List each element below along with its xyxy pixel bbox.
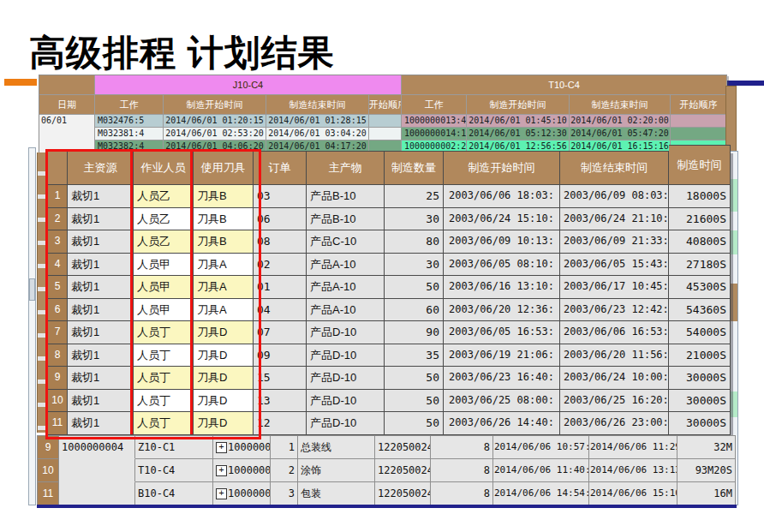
cell-worker[interactable]: 人员丁 <box>134 367 194 390</box>
cell-qty[interactable]: 50 <box>385 367 444 390</box>
cell-start-time[interactable]: 2003/06/09 10:13: <box>444 230 560 254</box>
cell-qty[interactable]: 50 <box>385 390 444 413</box>
cell-start-time[interactable]: 2003/06/19 21:06: <box>444 344 560 368</box>
cell-expand-id[interactable]: +100000000 <box>213 482 271 505</box>
cell-process[interactable]: 包装 <box>298 482 375 505</box>
cell-start-time[interactable]: 2003/06/23 16:40: <box>444 367 560 390</box>
cell-qty[interactable]: 8 <box>431 436 493 459</box>
cell-qty[interactable]: 50 <box>385 412 444 435</box>
header-start-left[interactable]: 制造开始时间 <box>164 95 266 115</box>
cell-worker[interactable]: 人员乙 <box>134 185 194 208</box>
cell-order[interactable]: 08 <box>254 230 307 254</box>
cell-end-time[interactable]: 2014/06/06 13:13: <box>589 459 677 482</box>
cell-order[interactable]: 02 <box>254 254 307 277</box>
cell-qty[interactable]: 90 <box>385 321 444 344</box>
cell-qty[interactable]: 8 <box>431 482 493 505</box>
cell-product[interactable]: 产品D-10 <box>307 367 385 390</box>
cell-tool[interactable]: 刀具D <box>194 321 254 344</box>
cell-end-time[interactable]: 2014/06/01 01:28:15 <box>266 115 369 128</box>
cell-end-time[interactable]: 2014/06/01 05:47:20 <box>570 128 671 140</box>
cell-end-time[interactable]: 2003/06/09 21:33: <box>560 230 669 254</box>
cell-resource[interactable]: B10-C4 <box>135 482 213 505</box>
cell-product[interactable]: 产品B-10 <box>307 185 385 208</box>
cell-seq[interactable]: 2 <box>271 459 298 482</box>
header-order[interactable]: 订单 <box>254 152 307 185</box>
cell-duration[interactable]: 16M <box>677 482 736 505</box>
cell-main-resource[interactable]: 裁切1 <box>68 299 134 322</box>
cell-tool[interactable]: 刀具B <box>194 230 254 254</box>
cell-qty[interactable]: 30 <box>385 208 444 231</box>
cell-main-resource[interactable]: 裁切1 <box>68 230 134 254</box>
cell-tool[interactable]: 刀具A <box>194 254 254 277</box>
cell-qty[interactable]: 35 <box>385 344 444 368</box>
cell-main-resource[interactable]: 裁切1 <box>68 276 134 299</box>
date-cell[interactable]: 06/01 <box>39 115 95 153</box>
cell-product[interactable]: 产品A-10 <box>307 299 385 322</box>
row-number[interactable]: 3 <box>48 230 68 254</box>
row-number[interactable]: 10 <box>38 459 59 482</box>
header-product[interactable]: 主产物 <box>307 152 385 185</box>
header-duration[interactable]: 制造时间 <box>669 145 731 185</box>
cell-worker[interactable]: 人员丁 <box>134 344 194 368</box>
row-number[interactable]: 10 <box>48 390 68 413</box>
cell-end-time[interactable]: 2014/06/06 11:29: <box>589 436 677 459</box>
cell-end-time[interactable]: 2003/06/05 15:43: <box>560 254 669 277</box>
cell-end-time[interactable]: 2014/06/06 15:10: <box>589 482 677 505</box>
cell-tool[interactable]: 刀具A <box>194 276 254 299</box>
expand-plus-icon[interactable]: + <box>216 442 227 453</box>
cell-order-id[interactable] <box>59 482 135 505</box>
cell-qty[interactable]: 25 <box>385 185 444 208</box>
cell-duration[interactable]: 40800S <box>669 230 731 254</box>
cell-order[interactable]: 12 <box>254 412 307 435</box>
cell-tool[interactable]: 刀具B <box>194 185 254 208</box>
header-work-left[interactable]: 工作 <box>95 95 164 115</box>
cell-start-time[interactable]: 2003/06/16 13:10: <box>444 276 560 299</box>
header-tool[interactable]: 使用刀具 <box>194 152 254 185</box>
header-end-right[interactable]: 制造结束时间 <box>570 95 671 115</box>
cell-start-seq[interactable] <box>369 115 402 128</box>
header-start-time[interactable]: 制造开始时间 <box>444 152 560 185</box>
cell-duration[interactable]: 27180S <box>669 254 731 277</box>
row-number[interactable]: 5 <box>48 276 68 299</box>
cell-main-resource[interactable]: 裁切1 <box>68 321 134 344</box>
cell-worker[interactable]: 人员乙 <box>134 208 194 231</box>
header-end-time[interactable]: 制造结束时间 <box>560 152 669 185</box>
cell-worker[interactable]: 人员丁 <box>134 321 194 344</box>
cell-order[interactable]: 04 <box>254 299 307 322</box>
cell-main-resource[interactable]: 裁切1 <box>68 412 134 435</box>
row-number[interactable]: 4 <box>48 254 68 277</box>
cell-start-time[interactable]: 2014/06/01 02:53:20 <box>164 128 266 140</box>
cell-work[interactable]: 1000000014:1 <box>402 128 467 140</box>
header-end-left[interactable]: 制造结束时间 <box>266 95 369 115</box>
cell-duration[interactable]: 18000S <box>669 185 731 208</box>
header-work-right[interactable]: 工作 <box>402 95 467 115</box>
row-number[interactable]: 9 <box>48 367 68 390</box>
cell-start-seq[interactable] <box>369 128 402 140</box>
cell-code[interactable]: 12205002421 <box>375 459 431 482</box>
cell-tool[interactable]: 刀具D <box>194 344 254 368</box>
row-number[interactable]: 2 <box>48 208 68 231</box>
cell-order[interactable]: 03 <box>254 185 307 208</box>
cell-work[interactable]: M032476:5 <box>95 115 164 128</box>
cell-end-time[interactable]: 2003/06/09 08:03: <box>560 185 669 208</box>
header-start-right[interactable]: 制造开始时间 <box>467 95 570 115</box>
cell-worker[interactable]: 人员甲 <box>134 276 194 299</box>
cell-duration[interactable]: 93M20S <box>677 459 736 482</box>
cell-order-id[interactable]: 1000000004 <box>59 436 135 459</box>
cell-expand-id[interactable]: +100000000 <box>213 459 271 482</box>
cell-duration[interactable]: 30000S <box>669 412 731 435</box>
cell-start-time[interactable]: 2014/06/06 14:54: <box>493 482 589 505</box>
row-number[interactable]: 6 <box>48 299 68 322</box>
cell-tool[interactable]: 刀具B <box>194 208 254 231</box>
cell-start-time[interactable]: 2003/06/26 14:40: <box>444 412 560 435</box>
group-header-j10-c4[interactable]: J10-C4 <box>95 75 402 95</box>
cell-main-resource[interactable]: 裁切1 <box>68 344 134 368</box>
cell-start-time[interactable]: 2003/06/06 18:03: <box>444 185 560 208</box>
cell-duration[interactable]: 45300S <box>669 276 731 299</box>
cell-duration[interactable]: 30000S <box>669 390 731 413</box>
cell-process[interactable]: 涂饰 <box>298 459 375 482</box>
cell-product[interactable]: 产品D-10 <box>307 390 385 413</box>
cell-main-resource[interactable]: 裁切1 <box>68 367 134 390</box>
cell-worker[interactable]: 人员乙 <box>134 230 194 254</box>
cell-end-time[interactable]: 2003/06/06 16:53: <box>560 321 669 344</box>
